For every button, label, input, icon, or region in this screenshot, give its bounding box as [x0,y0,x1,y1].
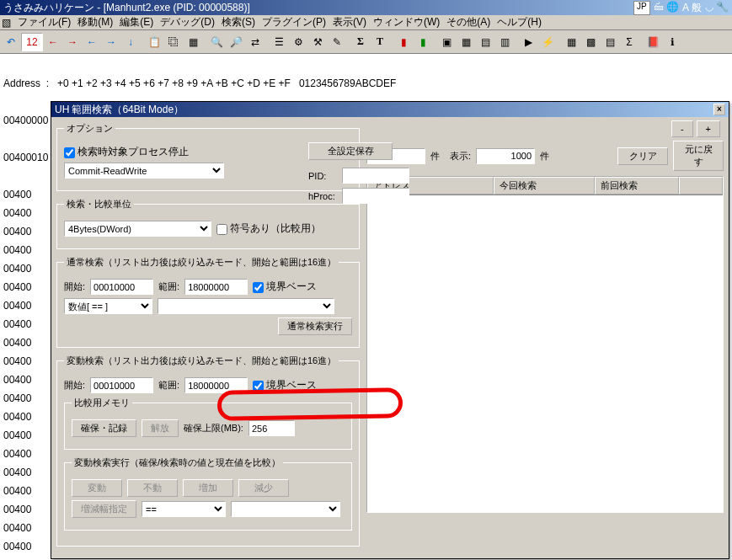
bolt-icon[interactable]: ⚡ [538,33,557,51]
range-search-dialog: UH 範囲検索（64Bit Mode） × - + オプション 検索時対象プロセ… [51,101,729,559]
menu-window[interactable]: ウィンドウ(W) [373,15,440,29]
book-icon[interactable]: 📕 [644,33,662,51]
copy-icon[interactable]: ⿻ [164,33,183,51]
window2-icon[interactable]: ▦ [457,33,475,51]
secure-button[interactable]: 確保・記録 [72,419,136,437]
start-input[interactable] [90,279,153,295]
ime-icons: 🖮 🌐 [654,1,679,15]
menu-edit[interactable]: 編集(E) [120,15,153,29]
save-all-button[interactable]: 全設定保存 [308,142,393,160]
pid-input[interactable] [342,168,409,184]
show-label: 表示: [450,150,471,163]
ime-lang: JP [633,1,650,15]
menu-file[interactable]: ファイル(F) [18,15,71,29]
results-list[interactable]: アドレス 今回検索 前回検索 [366,176,724,513]
window1-icon[interactable]: ▣ [437,33,456,51]
arrow-left-blue-icon[interactable]: ← [83,33,101,51]
compare-select[interactable]: 数値[ == ] [64,298,152,314]
replace-icon[interactable]: ⇄ [246,33,264,51]
sigma2-icon[interactable]: Σ [620,33,638,51]
memtype-select[interactable]: Commit-ReadWrite [64,163,224,179]
grid3-icon[interactable]: ▤ [601,33,619,51]
signed-checkbox[interactable]: 符号あり（比較用） [216,221,321,236]
grid1-icon[interactable]: ▦ [562,33,580,51]
close-icon[interactable]: × [713,104,725,115]
flag-red-icon[interactable]: ▮ [394,33,413,51]
clear-button[interactable]: クリア [617,147,668,165]
text-icon[interactable]: T [371,33,389,51]
menu-view[interactable]: 表示(V) [333,15,366,29]
clipboard-icon[interactable]: 📋 [145,33,163,51]
start-label: 開始: [64,280,85,293]
limit-label: 確保上限(MB): [184,422,243,435]
release-button: 解放 [142,419,179,437]
reset-button[interactable]: 元に戻す [673,141,724,171]
normal-search-group: 通常検索（リスト出力後は絞り込みモード、開始と範囲は16進） 開始: 範囲: 境… [56,256,360,348]
minus-button[interactable]: - [671,120,693,137]
menu-help[interactable]: ヘルプ(H) [497,15,542,29]
ime-mode: A 般 [682,1,702,15]
diff-boundary-checkbox[interactable]: 境界ベース [253,378,317,392]
diff-range-input[interactable] [184,377,248,393]
menu-other[interactable]: その他(A) [446,15,490,29]
col-prev[interactable]: 前回検索 [595,177,679,195]
unit-select[interactable]: 4Bytes(DWord) [64,221,211,237]
normal-search-exec-button[interactable]: 通常検索実行 [278,317,352,335]
normal-legend: 通常検索（リスト出力後は絞り込みモード、開始と範囲は16進） [64,256,339,269]
compare-mem-group: 比較用メモリ 確保・記録 解放 確保上限(MB): [64,397,352,450]
play-icon[interactable]: ▶ [519,33,537,51]
diff-change-button: 変動 [72,479,122,497]
stop-process-checkbox[interactable]: 検索時対象プロセス停止 [64,145,189,159]
diff-exec-legend: 変動検索実行（確保/検索時の値と現在値を比較） [72,456,283,469]
col-now[interactable]: 今回検索 [494,177,595,195]
flag-green-icon[interactable]: ▮ [414,33,432,51]
boundary-checkbox[interactable]: 境界ベース [253,280,317,294]
plus-button[interactable]: + [697,120,720,137]
arrow-left-red-icon[interactable]: ← [44,33,62,51]
pid-label: PID: [308,171,339,181]
ime-status: JP 🖮 🌐 A 般 ◡ 🔧 [633,1,729,15]
doc-icon[interactable]: ▦ [184,33,202,51]
arrow-right-blue-icon[interactable]: → [102,33,120,51]
undo-icon[interactable]: ↶ [2,33,20,51]
menu-move[interactable]: 移動(M) [77,15,113,29]
diff-search-group: 変動検索（リスト出力後は絞り込みモード、開始と範囲は16進） 開始: 範囲: 境… [56,355,360,547]
diff-op-select[interactable]: == [142,501,226,517]
window3-icon[interactable]: ▤ [476,33,494,51]
ken2-label: 件 [540,150,549,163]
menu-plugin[interactable]: プラグイン(P) [262,15,326,29]
hproc-label: hProc: [308,191,339,201]
window4-icon[interactable]: ▥ [495,33,514,51]
diff-opval-select[interactable] [231,501,340,517]
range-label: 範囲: [158,280,179,293]
tool3-icon[interactable]: ✎ [328,33,346,51]
menubar: ▧ ファイル(F) 移動(M) 編集(E) デバッグ(D) 検索(S) プラグイ… [0,15,732,30]
value-input[interactable] [158,298,334,314]
menu-debug[interactable]: デバッグ(D) [160,15,215,29]
options-legend: オプション [64,122,115,135]
ime-extra: ◡ 🔧 [705,1,729,15]
count-box: 12 [21,33,43,51]
unit-group: 検索・比較単位 4Bytes(DWord) 符号あり（比較用） [56,198,360,249]
hproc-input[interactable] [342,188,409,204]
limit-input[interactable] [248,420,295,436]
col-extra[interactable] [679,177,723,195]
dialog-titlebar[interactable]: UH 範囲検索（64Bit Mode） × [51,102,729,117]
arrow-down-icon[interactable]: ↓ [121,33,140,51]
show-count-input[interactable] [476,148,535,164]
dialog-icon: UH [55,104,69,115]
list-icon[interactable]: ☰ [270,33,288,51]
search-next-icon[interactable]: 🔎 [227,33,245,51]
sum-icon[interactable]: Σ [351,33,370,51]
grid2-icon[interactable]: ▩ [581,33,600,51]
tool2-icon[interactable]: ⚒ [308,33,327,51]
tool1-icon[interactable]: ⚙ [289,33,307,51]
info-icon[interactable]: ℹ [663,33,681,51]
diff-range-label: 範囲: [158,379,179,392]
range-input[interactable] [184,279,248,295]
diff-legend: 変動検索（リスト出力後は絞り込みモード、開始と範囲は16進） [64,355,339,367]
arrow-right-red-icon[interactable]: → [63,33,82,51]
menu-search[interactable]: 検索(S) [222,15,255,29]
diff-start-input[interactable] [90,377,153,393]
search-icon[interactable]: 🔍 [207,33,226,51]
